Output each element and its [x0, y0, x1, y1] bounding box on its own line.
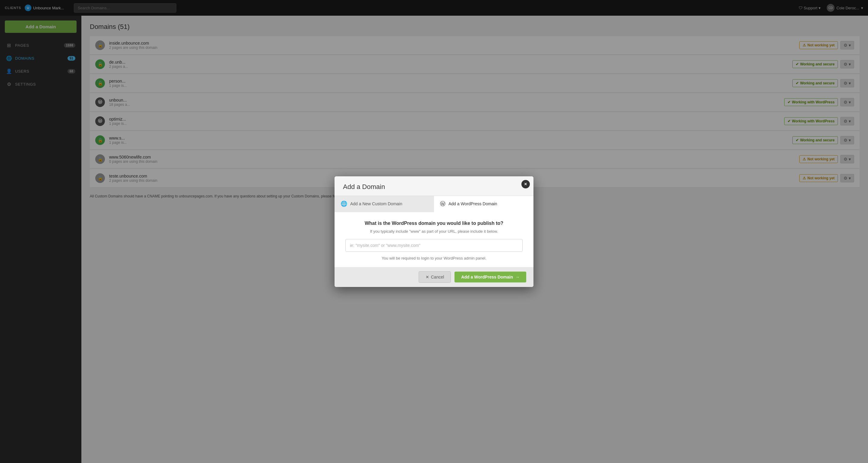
arrow-icon: → [516, 275, 520, 279]
modal-footer: ✕ Cancel Add a WordPress Domain → [335, 267, 533, 287]
domain-input[interactable] [345, 239, 523, 252]
tab-wordpress-domain[interactable]: Ⓦ Add a WordPress Domain [434, 196, 533, 212]
modal-overlay[interactable]: × Add a Domain 🌐 Add a New Custom Domain… [0, 0, 868, 463]
tab-custom-label: Add a New Custom Domain [350, 202, 402, 206]
tab-wordpress-label: Add a WordPress Domain [448, 202, 497, 206]
submit-label: Add a WordPress Domain [461, 275, 513, 279]
cancel-label: Cancel [431, 275, 444, 279]
modal-tabs: 🌐 Add a New Custom Domain Ⓦ Add a WordPr… [335, 196, 533, 212]
modal-close-button[interactable]: × [521, 180, 530, 188]
modal: × Add a Domain 🌐 Add a New Custom Domain… [335, 176, 533, 287]
modal-hint: If you typically include "www" as part o… [345, 229, 523, 234]
add-wordpress-domain-button[interactable]: Add a WordPress Domain → [455, 272, 526, 282]
modal-body: What is the WordPress domain you would l… [335, 212, 533, 267]
modal-title: Add a Domain [343, 183, 525, 191]
wordpress-tab-icon: Ⓦ [440, 200, 445, 207]
modal-note: You will be required to login to your Wo… [345, 256, 523, 260]
tab-custom-domain[interactable]: 🌐 Add a New Custom Domain [335, 196, 434, 212]
modal-question: What is the WordPress domain you would l… [345, 221, 523, 226]
modal-header: Add a Domain [335, 176, 533, 196]
cancel-button[interactable]: ✕ Cancel [418, 271, 451, 283]
globe-icon: 🌐 [341, 200, 347, 207]
cancel-x-icon: ✕ [426, 275, 429, 279]
